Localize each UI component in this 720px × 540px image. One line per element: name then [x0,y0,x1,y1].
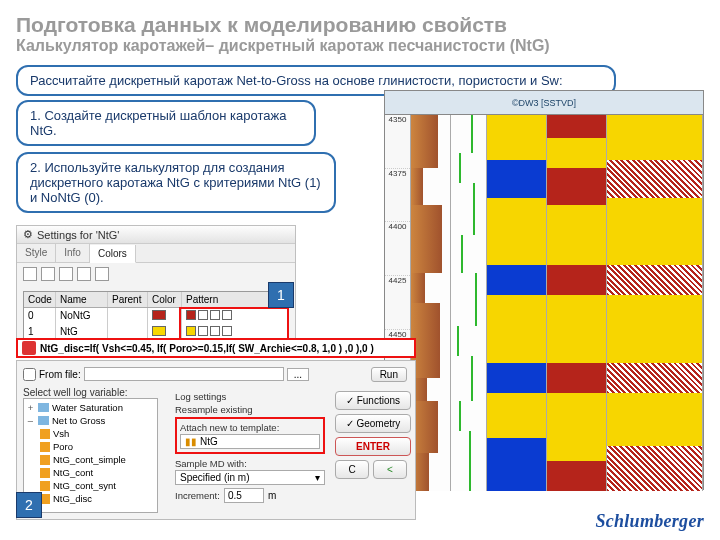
formula-text: NtG_disc=If( Vsh<=0.45, If( Poro>=0.15,I… [40,343,374,354]
resample-label: Resample existing [175,404,325,415]
toolbar-icon[interactable] [77,267,91,281]
browse-button[interactable]: ... [287,368,309,381]
attach-label: Attach new to template: [180,422,320,433]
gear-icon: ⚙ [23,228,33,241]
sample-label: Sample MD with: [175,458,325,469]
tree-log[interactable]: NtG_cont [26,466,155,479]
logo: Schlumberger [595,511,704,532]
log-settings-label: Log settings [175,391,325,402]
increment-input[interactable]: 0.5 [224,488,264,503]
page-title: Подготовка данных к моделированию свойст… [16,12,704,37]
variable-tree[interactable]: +Water Saturation –Net to Gross Vsh Poro… [23,398,158,513]
tab-style[interactable]: Style [17,244,56,262]
curve-track-2 [451,115,487,491]
tree-folder[interactable]: –Net to Gross [26,414,155,427]
functions-button[interactable]: ✓ Functions [335,391,411,410]
sample-md-select[interactable]: Specified (in m)▾ [175,470,325,485]
tab-colors[interactable]: Colors [90,245,136,263]
settings-titlebar: ⚙ Settings for 'NtG' [17,226,295,244]
from-file-row[interactable]: From file: ... [23,367,309,381]
step-2-bubble: 2. Используйте калькулятор для создания … [16,152,336,213]
attach-template-field[interactable]: ▮▮ NtG [180,434,320,449]
template-icon: ▮▮ [185,436,197,447]
callout-1: 1 [268,282,294,308]
select-var-label: Select well log variable: [23,387,158,398]
well-log-panel: ©DW3 [SSTVD] 4350 4375 4400 4425 4450 44… [384,90,704,490]
settings-dialog: ⚙ Settings for 'NtG' Style Info Colors C… [16,225,296,348]
calculator-panel: From file: ... Run Select well log varia… [16,360,416,520]
tree-folder[interactable]: +Water Saturation [26,401,155,414]
tree-log[interactable]: NtG_cont_synt [26,479,155,492]
discrete-track-2 [547,115,607,491]
track-header: ©DW3 [SSTVD] [385,91,703,115]
step-1-bubble: 1. Создайте дискретный шаблон каротажа N… [16,100,316,146]
discrete-track-ntg [607,115,703,491]
lt-button[interactable]: < [373,460,407,479]
run-button[interactable]: Run [371,367,407,382]
discrete-track-1 [487,115,547,491]
tree-log[interactable]: Poro [26,440,155,453]
from-file-checkbox[interactable] [23,368,36,381]
toolbar-icon[interactable] [23,267,37,281]
formula-icon [22,341,36,355]
geometry-button[interactable]: ✓ Geometry [335,414,411,433]
toolbar-icon[interactable] [95,267,109,281]
curve-track-1 [411,115,451,491]
toolbar-icon[interactable] [41,267,55,281]
increment-label: Increment: [175,490,220,501]
tab-info[interactable]: Info [56,244,90,262]
tree-log[interactable]: NtG_cont_simple [26,453,155,466]
formula-bar[interactable]: NtG_disc=If( Vsh<=0.45, If( Poro>=0.15,I… [16,338,416,358]
callout-2: 2 [16,492,42,518]
toolbar-icon[interactable] [59,267,73,281]
tree-log[interactable]: NtG_disc [26,492,155,505]
tree-log[interactable]: Vsh [26,427,155,440]
page-subtitle: Калькулятор каротажей– дискретный карота… [16,37,704,55]
clear-button[interactable]: C [335,460,369,479]
enter-button[interactable]: ENTER [335,437,411,456]
